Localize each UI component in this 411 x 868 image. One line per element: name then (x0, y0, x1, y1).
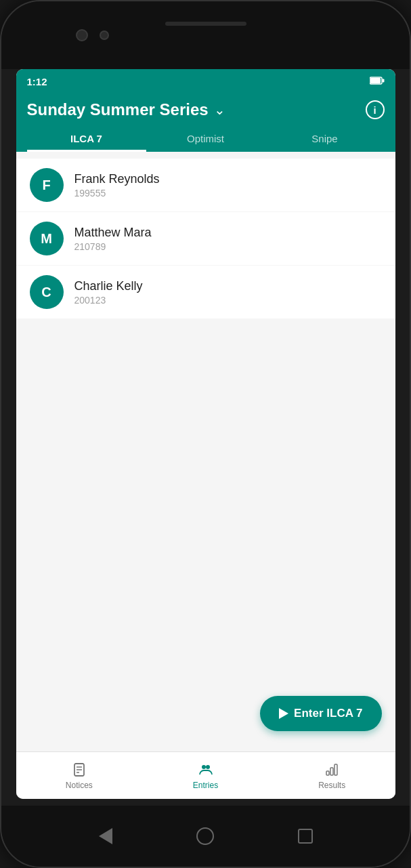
entry-info-matthew: Matthew Mara 210789 (74, 226, 152, 252)
entry-name: Matthew Mara (74, 226, 152, 240)
avatar-frank: F (30, 168, 64, 202)
phone-notch (1, 1, 410, 69)
home-icon (196, 827, 214, 845)
list-item[interactable]: M Matthew Mara 210789 (16, 212, 395, 265)
svg-rect-9 (326, 771, 329, 775)
avatar-matthew: M (30, 222, 64, 255)
content-area: F Frank Reynolds 199555 M Matthew Mara 2… (16, 152, 395, 751)
entry-info-frank: Frank Reynolds 199555 (74, 172, 160, 199)
entry-name: Frank Reynolds (74, 172, 160, 186)
entry-list: F Frank Reynolds 199555 M Matthew Mara 2… (16, 152, 395, 326)
enter-button-label: Enter ILCA 7 (294, 707, 362, 720)
entries-label: Entries (193, 781, 218, 790)
speaker (165, 22, 246, 26)
svg-rect-10 (330, 768, 333, 775)
info-button[interactable]: i (366, 100, 385, 119)
tab-optimist[interactable]: Optimist (146, 126, 265, 152)
app-header: Sunday Summer Series ⌄ i ILCA 7 Optimist… (16, 94, 395, 152)
dropdown-arrow-icon[interactable]: ⌄ (214, 102, 225, 118)
back-icon (99, 828, 112, 844)
tab-ilca7[interactable]: ILCA 7 (27, 126, 146, 152)
avatar-charlie: C (30, 275, 64, 309)
tab-snipe[interactable]: Snipe (265, 126, 385, 152)
screen: 1:12 Sunday Summer Series ⌄ i (16, 69, 395, 799)
phone-frame: 1:12 Sunday Summer Series ⌄ i (0, 0, 411, 868)
back-button[interactable] (95, 826, 116, 846)
recents-icon (298, 829, 313, 844)
svg-point-7 (202, 765, 206, 769)
camera-left (76, 29, 88, 41)
entry-number: 210789 (74, 241, 152, 252)
list-item[interactable]: C Charlie Kelly 200123 (16, 266, 395, 318)
svg-rect-2 (382, 79, 384, 82)
recents-button[interactable] (295, 826, 316, 846)
svg-point-8 (206, 765, 210, 769)
app-title: Sunday Summer Series (27, 100, 209, 119)
header-title-row[interactable]: Sunday Summer Series ⌄ (27, 100, 225, 119)
nav-item-results[interactable]: Results (269, 756, 395, 795)
enter-ilca7-button[interactable]: Enter ILCA 7 (260, 696, 381, 731)
play-icon (279, 708, 288, 719)
notices-label: Notices (66, 781, 93, 790)
entry-number: 200123 (74, 295, 143, 306)
entry-info-charlie: Charlie Kelly 200123 (74, 279, 143, 306)
header-top: Sunday Summer Series ⌄ i (27, 100, 385, 126)
bottom-nav: Notices Entries Results (16, 751, 395, 799)
camera-right (100, 30, 109, 40)
status-time: 1:12 (27, 76, 47, 87)
svg-rect-1 (370, 78, 381, 83)
nav-item-entries[interactable]: Entries (142, 756, 269, 795)
nav-item-notices[interactable]: Notices (16, 756, 143, 795)
status-bar: 1:12 (16, 69, 395, 94)
status-battery (370, 77, 385, 87)
list-item[interactable]: F Frank Reynolds 199555 (16, 159, 395, 211)
notices-icon (71, 762, 87, 778)
svg-rect-11 (334, 764, 337, 775)
home-button[interactable] (195, 826, 215, 846)
tab-bar: ILCA 7 Optimist Snipe (27, 126, 385, 152)
entries-icon (198, 762, 214, 778)
entry-name: Charlie Kelly (74, 279, 143, 293)
results-label: Results (318, 781, 345, 790)
phone-bottom-controls (1, 806, 410, 867)
results-icon (324, 762, 340, 778)
entry-number: 199555 (74, 188, 160, 199)
